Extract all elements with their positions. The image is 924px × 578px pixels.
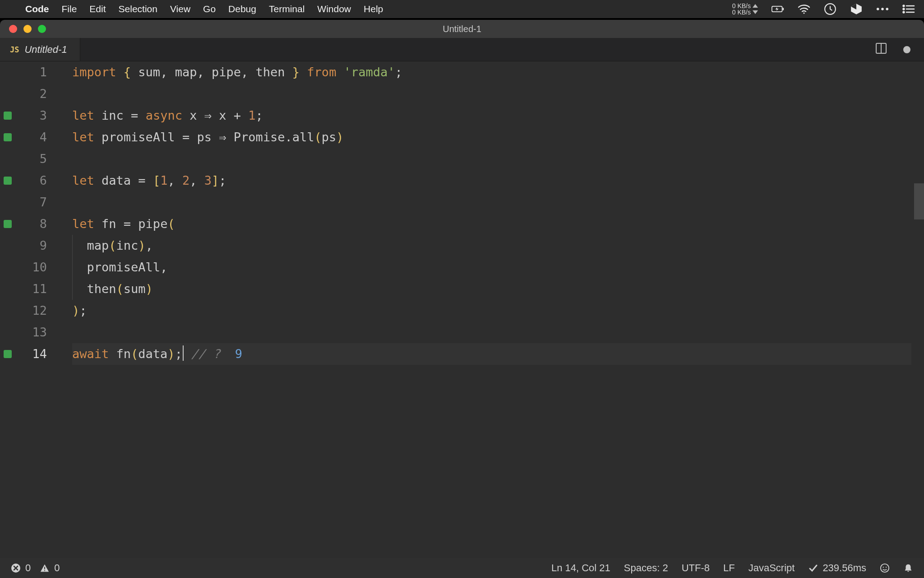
status-quokka-time[interactable]: 239.56ms: [808, 562, 866, 574]
download-arrow-icon: [753, 10, 758, 14]
gutter-mark[interactable]: [0, 61, 15, 83]
svg-point-4: [877, 8, 879, 10]
quokka-coverage-icon: [4, 350, 12, 358]
editor-tabbar: JS Untitled-1: [0, 38, 924, 61]
menubar-item-view[interactable]: View: [170, 4, 190, 14]
code-line[interactable]: let data = [1, 2, 3];: [72, 170, 911, 191]
status-language[interactable]: JavaScript: [748, 562, 795, 574]
window-zoom-button[interactable]: [38, 25, 46, 33]
code-line[interactable]: promiseAll,: [72, 256, 911, 278]
upload-arrow-icon: [753, 4, 758, 8]
tab-title: Untitled-1: [24, 44, 67, 56]
quokka-coverage-icon: [4, 133, 12, 141]
line-number[interactable]: 10: [15, 256, 54, 278]
javascript-file-icon: JS: [10, 45, 19, 54]
menubar-item-selection[interactable]: Selection: [119, 4, 157, 14]
split-editor-icon[interactable]: [875, 42, 887, 56]
line-number[interactable]: 14: [15, 343, 54, 365]
status-spaces[interactable]: Spaces: 2: [624, 562, 668, 574]
code-line[interactable]: map(inc),: [72, 235, 911, 256]
code-line[interactable]: let promiseAll = ps ⇒ Promise.all(ps): [72, 126, 911, 148]
code-editor[interactable]: 1234567891011121314 import { sum, map, p…: [0, 61, 924, 558]
line-number[interactable]: 7: [15, 191, 54, 213]
svg-point-9: [903, 9, 905, 10]
line-number[interactable]: 11: [15, 278, 54, 300]
code-line[interactable]: then(sum): [72, 278, 911, 300]
more-icon[interactable]: [876, 3, 889, 15]
feedback-smile-icon[interactable]: [880, 563, 890, 573]
editor-tab-untitled[interactable]: JS Untitled-1: [0, 38, 80, 61]
svg-point-11: [903, 12, 905, 13]
gutter-mark[interactable]: [0, 170, 15, 191]
warnings-icon[interactable]: [40, 563, 50, 573]
unsaved-indicator-icon[interactable]: [903, 46, 910, 53]
code-line[interactable]: [72, 148, 911, 170]
battery-charging-icon[interactable]: [772, 3, 784, 15]
errors-icon[interactable]: [11, 563, 21, 573]
menubar-item-help[interactable]: Help: [364, 4, 383, 14]
menubar-item-edit[interactable]: Edit: [89, 4, 106, 14]
code-line[interactable]: [72, 322, 911, 343]
svg-point-2: [803, 12, 804, 14]
code-line[interactable]: import { sum, map, pipe, then } from 'ra…: [72, 61, 911, 83]
minimap-slider[interactable]: [914, 183, 924, 219]
menubar-item-window[interactable]: Window: [317, 4, 351, 14]
code-line[interactable]: [72, 83, 911, 105]
macos-menubar: Code File Edit Selection View Go Debug T…: [0, 0, 924, 18]
bell-icon[interactable]: [903, 563, 913, 573]
menubar-item-file[interactable]: File: [62, 4, 77, 14]
line-number[interactable]: 3: [15, 105, 54, 126]
gutter-mark[interactable]: [0, 213, 15, 235]
clock-icon[interactable]: [824, 3, 836, 15]
line-number[interactable]: 4: [15, 126, 54, 148]
warnings-count[interactable]: 0: [54, 562, 60, 574]
line-number[interactable]: 9: [15, 235, 54, 256]
gutter-mark[interactable]: [0, 235, 15, 256]
gutter-mark[interactable]: [0, 126, 15, 148]
errors-count[interactable]: 0: [25, 562, 31, 574]
wifi-icon[interactable]: [798, 3, 810, 15]
svg-rect-1: [783, 8, 784, 10]
menubar-item-go[interactable]: Go: [203, 4, 216, 14]
menubar-item-debug[interactable]: Debug: [228, 4, 256, 14]
check-icon: [808, 563, 818, 573]
box-icon[interactable]: [850, 3, 863, 15]
window-close-button[interactable]: [9, 25, 17, 33]
line-number[interactable]: 8: [15, 213, 54, 235]
code-line[interactable]: );: [72, 300, 911, 322]
line-number[interactable]: 5: [15, 148, 54, 170]
statusbar: 0 0 Ln 14, Col 21 Spaces: 2 UTF-8 LF Jav…: [0, 558, 924, 578]
window-minimize-button[interactable]: [23, 25, 32, 33]
window-titlebar: Untitled-1: [0, 20, 924, 38]
gutter-mark[interactable]: [0, 83, 15, 105]
gutter-mark[interactable]: [0, 343, 15, 365]
code-line[interactable]: [72, 191, 911, 213]
gutter-mark[interactable]: [0, 322, 15, 343]
code-line[interactable]: let inc = async x ⇒ x + 1;: [72, 105, 911, 126]
svg-point-18: [881, 564, 889, 572]
status-encoding[interactable]: UTF-8: [682, 562, 710, 574]
status-ln-col[interactable]: Ln 14, Col 21: [551, 562, 610, 574]
line-number[interactable]: 1: [15, 61, 54, 83]
gutter-mark[interactable]: [0, 191, 15, 213]
code-line[interactable]: await fn(data); // ? 9: [72, 343, 911, 365]
line-number[interactable]: 13: [15, 322, 54, 343]
menu-list-icon[interactable]: [902, 3, 915, 15]
line-number[interactable]: 12: [15, 300, 54, 322]
line-number[interactable]: 6: [15, 170, 54, 191]
line-number[interactable]: 2: [15, 83, 54, 105]
gutter-mark[interactable]: [0, 148, 15, 170]
svg-rect-17: [44, 570, 45, 571]
window-title: Untitled-1: [443, 24, 481, 34]
quokka-coverage-icon: [4, 220, 12, 228]
gutter-mark[interactable]: [0, 256, 15, 278]
menubar-item-terminal[interactable]: Terminal: [269, 4, 305, 14]
status-eol[interactable]: LF: [723, 562, 735, 574]
gutter-mark[interactable]: [0, 300, 15, 322]
svg-point-19: [883, 567, 884, 568]
gutter-mark[interactable]: [0, 105, 15, 126]
menubar-app-name[interactable]: Code: [25, 4, 49, 14]
svg-point-20: [886, 567, 887, 568]
code-line[interactable]: let fn = pipe(: [72, 213, 911, 235]
gutter-mark[interactable]: [0, 278, 15, 300]
